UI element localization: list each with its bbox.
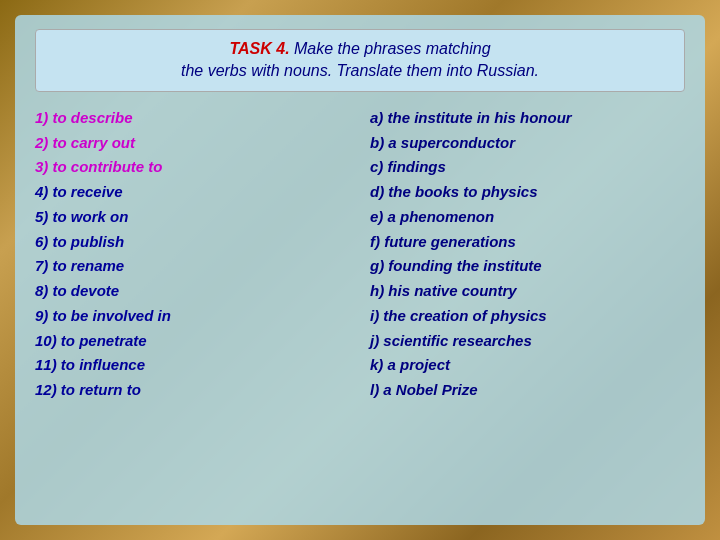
right-item-g: g) founding the institute [370, 254, 685, 279]
left-item-12: 12) to return to [35, 378, 350, 403]
left-item-8: 8) to devote [35, 279, 350, 304]
task-header: TASK 4. Make the phrases matching the ve… [35, 29, 685, 92]
left-item-4: 4) to receive [35, 180, 350, 205]
columns: 1) to describe2) to carry out3) to contr… [35, 106, 685, 403]
right-item-b: b) a superconductor [370, 131, 685, 156]
right-item-l: l) a Nobel Prize [370, 378, 685, 403]
left-item-3: 3) to contribute to [35, 155, 350, 180]
left-column: 1) to describe2) to carry out3) to contr… [35, 106, 350, 403]
right-item-j: j) scientific researches [370, 329, 685, 354]
right-item-k: k) a project [370, 353, 685, 378]
left-item-11: 11) to influence [35, 353, 350, 378]
left-item-9: 9) to be involved in [35, 304, 350, 329]
task-number: TASK 4. [229, 40, 289, 57]
right-item-e: e) a phenomenon [370, 205, 685, 230]
content-wrapper: TASK 4. Make the phrases matching the ve… [15, 15, 705, 525]
left-item-10: 10) to penetrate [35, 329, 350, 354]
right-item-i: i) the creation of physics [370, 304, 685, 329]
right-item-c: c) findings [370, 155, 685, 180]
left-item-6: 6) to publish [35, 230, 350, 255]
left-item-1: 1) to describe [35, 106, 350, 131]
right-column: a) the institute in his honourb) a super… [370, 106, 685, 403]
right-item-h: h) his native country [370, 279, 685, 304]
left-item-2: 2) to carry out [35, 131, 350, 156]
right-item-f: f) future generations [370, 230, 685, 255]
right-item-a: a) the institute in his honour [370, 106, 685, 131]
right-item-d: d) the books to physics [370, 180, 685, 205]
task-text: Make the phrases matching [290, 40, 491, 57]
left-item-7: 7) to rename [35, 254, 350, 279]
task-line2: the verbs with nouns. Translate them int… [181, 62, 539, 79]
left-item-5: 5) to work on [35, 205, 350, 230]
